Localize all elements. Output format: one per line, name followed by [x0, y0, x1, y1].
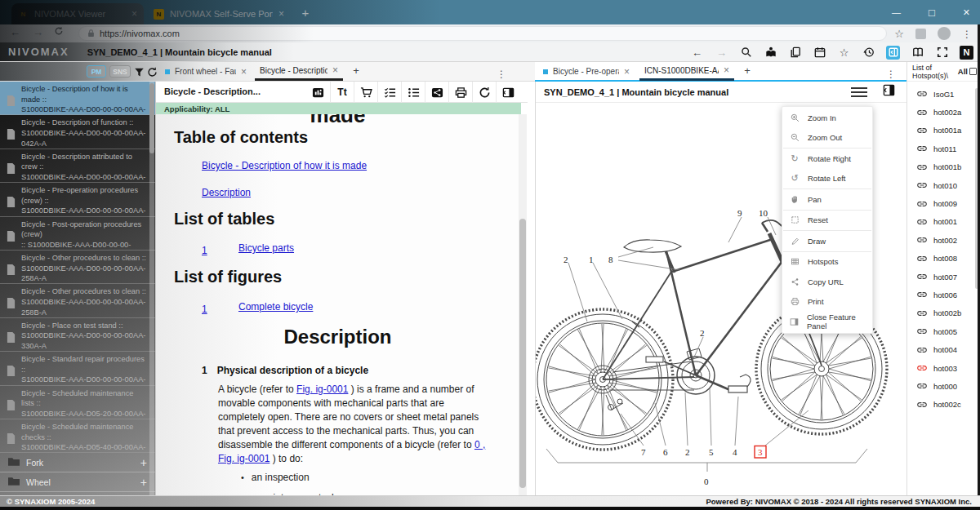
sidebar-folder[interactable]: Wheel: [0, 472, 155, 492]
expand-folder-icon[interactable]: [140, 476, 147, 489]
bullet-list-icon[interactable]: [401, 82, 425, 103]
browser-tab-viewer[interactable]: N NIVOMAX Viewer: [11, 3, 144, 24]
fullscreen-icon[interactable]: [935, 46, 949, 60]
favorites-star-icon[interactable]: ☆: [837, 46, 851, 60]
hotspot-item[interactable]: hot001a: [907, 122, 980, 140]
sidebar-folder[interactable]: Fork: [0, 453, 155, 472]
sidebar-doc-item[interactable]: Bicycle - Standard repair procedures :: …: [0, 352, 155, 385]
share-icon[interactable]: [425, 82, 448, 103]
menu-item-hotspots[interactable]: Hotspots: [782, 252, 872, 273]
close-doc-tab-icon[interactable]: [332, 64, 338, 76]
callout-8[interactable]: 8: [608, 255, 613, 264]
expand-folder-icon[interactable]: [140, 456, 147, 469]
copy-pages-icon[interactable]: [788, 46, 802, 60]
hotspot-item[interactable]: hot004: [907, 340, 980, 358]
hotspot-item[interactable]: hot008: [907, 250, 980, 268]
menu-item-pan[interactable]: Pan: [782, 189, 872, 210]
hotspot-item[interactable]: hot002b: [907, 304, 980, 322]
callout-1[interactable]: 1: [589, 255, 594, 264]
sidebar-doc-item[interactable]: Bicycle - Post-operation procedures (cre…: [0, 217, 155, 251]
menu-item-copy-url[interactable]: Copy URL: [782, 272, 872, 292]
hotspot-item[interactable]: hot000: [907, 377, 980, 395]
add-viewer-tab-icon[interactable]: [741, 64, 754, 78]
toc-link-description[interactable]: Description: [202, 187, 251, 198]
callout-9[interactable]: 9: [737, 208, 742, 218]
nav-forward-icon[interactable]: →: [715, 46, 728, 60]
hotspot-item[interactable]: hot011: [907, 140, 980, 157]
sidebar-doc-item[interactable]: Bicycle - Description attributed to crew…: [0, 149, 155, 183]
add-doc-tab-icon[interactable]: [350, 64, 363, 78]
hotspot-item[interactable]: hot005: [907, 322, 980, 340]
callout-3-hotspot[interactable]: 3: [758, 447, 763, 457]
extension-icon[interactable]: [915, 29, 926, 39]
hotspot-item[interactable]: hot002c: [907, 396, 980, 414]
hotspot-item[interactable]: hot001b: [907, 158, 980, 176]
bookmark-star-icon[interactable]: [894, 26, 904, 41]
menu-item-print[interactable]: Print: [782, 292, 872, 313]
doc-tab-menu-icon[interactable]: [497, 66, 506, 81]
callout-5[interactable]: 5: [709, 447, 714, 457]
filter-funnel-icon[interactable]: [134, 66, 145, 81]
sidebar-doc-item[interactable]: Bicycle - Description of function :: S10…: [0, 115, 155, 149]
callout-7[interactable]: 7: [641, 447, 646, 457]
callout-2-mid[interactable]: 2: [700, 328, 705, 338]
hotspot-item[interactable]: IsoG1: [907, 85, 980, 103]
url-field[interactable]: https://nivomax.com: [78, 26, 887, 41]
reload-icon[interactable]: [54, 26, 64, 38]
viewer-tab-icn[interactable]: ICN-S1000DBIKE-AAA-D...: [639, 62, 734, 81]
figure-ref-link[interactable]: Fig. ig-0001: [296, 384, 348, 395]
menu-item-reset[interactable]: Reset: [782, 211, 872, 231]
search-icon[interactable]: [739, 46, 753, 60]
menu-item-close-feature-panel[interactable]: Close Feature Panel: [782, 312, 872, 332]
book-icon[interactable]: [911, 46, 924, 60]
sidebar-doc-item[interactable]: Bicycle - Other procedures to clean :: S…: [0, 251, 155, 284]
callout-2-bottom[interactable]: 2: [685, 447, 690, 457]
forward-icon[interactable]: →: [33, 26, 43, 38]
nav-back-icon[interactable]: ←: [690, 46, 704, 60]
hotspot-item[interactable]: hot002a: [907, 103, 980, 121]
sidebar-doc-item[interactable]: Bicycle - Scheduled maintenance checks :…: [0, 419, 155, 453]
callout-0[interactable]: 0: [704, 477, 709, 486]
maximize-icon[interactable]: [929, 7, 935, 19]
print-icon[interactable]: [448, 82, 472, 103]
callout-6[interactable]: 6: [663, 447, 668, 457]
menu-item-rotate-right[interactable]: ↻ Rotate Right: [782, 149, 872, 169]
new-tab-icon[interactable]: [297, 5, 314, 21]
back-icon[interactable]: ←: [10, 26, 20, 38]
profile-avatar[interactable]: [938, 27, 951, 40]
doc-tab-bicycle-description[interactable]: Bicycle - Description of h...: [255, 62, 343, 81]
browser-tab-portal[interactable]: N NIVOMAX Self-Serve Portal: [147, 3, 291, 24]
content-scroll-thumb[interactable]: [519, 219, 526, 488]
doc-tab-front-wheel[interactable]: Front wheel - Fault report...: [160, 62, 252, 81]
menu-item-draw[interactable]: Draw: [782, 231, 872, 251]
cart-icon[interactable]: [354, 82, 377, 103]
menu-item-rotate-left[interactable]: ↺ Rotate Left: [782, 169, 872, 189]
table-title-link[interactable]: Bicycle parts: [238, 242, 294, 257]
browser-menu-icon[interactable]: [962, 26, 972, 41]
hotspot-item[interactable]: hot010: [907, 176, 980, 194]
sidebar-doc-item[interactable]: Bicycle - Scheduled maintenance lists ::…: [0, 386, 155, 419]
text-size-icon[interactable]: Tt: [330, 82, 354, 103]
callout-10[interactable]: 10: [759, 208, 768, 218]
sidebar-doc-item[interactable]: Bicycle - Description of how it is made …: [0, 82, 155, 115]
viewer-tab-preop[interactable]: Bicycle - Pre-operation pr...: [538, 62, 635, 81]
viewer-panel-toggle-icon[interactable]: [882, 84, 896, 100]
close-viewer-tab-icon[interactable]: [624, 66, 630, 78]
sidebar-doc-item[interactable]: Bicycle - Other procedures to clean :: S…: [0, 284, 155, 317]
close-viewer-tab-icon[interactable]: [724, 64, 729, 76]
sns-filter-button[interactable]: SNS: [109, 65, 131, 78]
close-window-icon[interactable]: [963, 7, 970, 18]
figure-title-link[interactable]: Complete bicycle: [238, 301, 313, 316]
sidebar-doc-item[interactable]: Bicycle - Pre-operation procedures (crew…: [0, 183, 155, 216]
menu-item-zoom-out[interactable]: Zoom Out: [782, 128, 872, 149]
reload-content-icon[interactable]: [472, 82, 496, 103]
hotspot-item[interactable]: hot002: [907, 231, 980, 249]
hotspot-all-checkbox[interactable]: [969, 68, 977, 75]
illustration-canvas[interactable]: 2 1 8 9 10 2 7 6 2 5 4 3 0: [536, 103, 907, 495]
calendar-icon[interactable]: [813, 46, 826, 60]
refresh-icon[interactable]: [147, 66, 158, 81]
minimize-icon[interactable]: [892, 7, 901, 17]
hotspot-item[interactable]: hot006: [907, 286, 980, 304]
viewer-menu-icon[interactable]: [851, 87, 867, 97]
pm-filter-button[interactable]: PM: [87, 65, 106, 78]
